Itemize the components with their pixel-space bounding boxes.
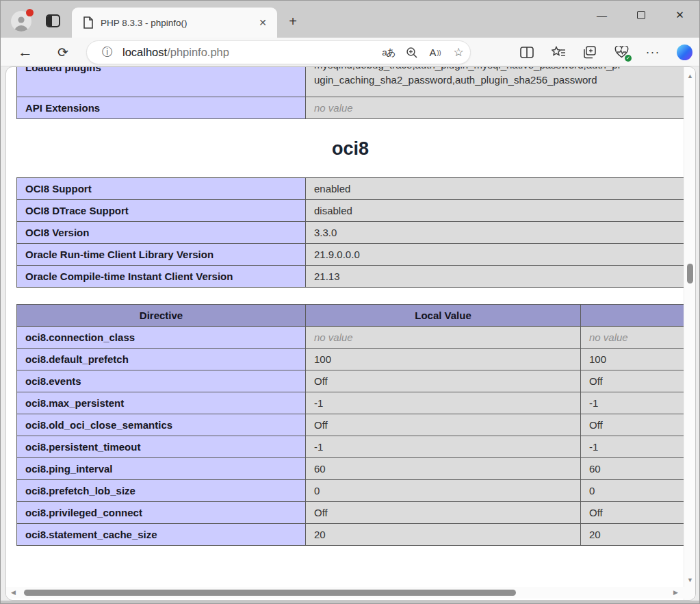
scroll-up-icon[interactable]: ▲: [684, 73, 696, 79]
oci8-directive-table: Directive Local Value oci8.connection_cl…: [16, 304, 684, 546]
new-tab-button[interactable]: +: [284, 13, 302, 31]
local-value: -1: [306, 436, 581, 457]
site-info-icon[interactable]: ⓘ: [102, 45, 113, 60]
table-header-row: Directive Local Value: [17, 304, 684, 327]
local-value: 20: [306, 524, 581, 545]
table-row: oci8.prefetch_lob_size 0 0: [17, 480, 684, 502]
tab-close-icon[interactable]: ✕: [255, 15, 270, 30]
profile-button[interactable]: [11, 11, 31, 32]
row-label: OCI8 DTrace Support: [17, 200, 306, 221]
directive-name: oci8.statement_cache_size: [17, 524, 306, 545]
read-aloud-icon[interactable]: A)): [424, 47, 447, 58]
vertical-scrollbar-thumb[interactable]: [687, 264, 693, 284]
browser-essentials-icon[interactable]: ✓: [613, 44, 630, 60]
master-value: 20: [581, 524, 684, 545]
table-row: oci8.connection_class no value no value: [17, 327, 684, 349]
master-value: no value: [581, 327, 684, 348]
row-value: 3.3.0: [306, 222, 684, 243]
refresh-button[interactable]: ⟳: [53, 42, 73, 62]
table-row: Loaded plugins mysqlnd,debug_trace,auth_…: [17, 67, 684, 97]
address-bar[interactable]: ⓘ localhost/phpinfo.php aあ A)) ☆: [86, 40, 471, 64]
close-button[interactable]: ✕: [660, 1, 699, 29]
window-bottom-edge: [1, 601, 699, 604]
favorite-star-icon[interactable]: ☆: [447, 45, 470, 60]
table-row: OCI8 Support enabled: [17, 177, 684, 200]
table-row: Oracle Compile-time Instant Client Versi…: [17, 266, 684, 288]
table-row: API Extensions no value: [17, 97, 684, 119]
settings-more-icon[interactable]: ···: [645, 44, 661, 60]
table-row: oci8.privileged_connect Off Off: [17, 502, 684, 524]
mysqlnd-partial-table: Loaded plugins mysqlnd,debug_trace,auth_…: [16, 67, 684, 119]
scroll-left-icon[interactable]: ◀: [11, 587, 16, 599]
copilot-icon[interactable]: [676, 44, 692, 60]
directive-name: oci8.old_oci_close_semantics: [17, 414, 306, 436]
directive-name: oci8.ping_interval: [17, 458, 306, 479]
table-row: oci8.old_oci_close_semantics Off Off: [17, 414, 684, 436]
table-row: OCI8 DTrace Support disabled: [17, 200, 684, 222]
phpinfo-page: Loaded plugins mysqlnd,debug_trace,auth_…: [6, 67, 685, 601]
active-tab[interactable]: PHP 8.3.3 - phpinfo() ✕: [72, 8, 277, 38]
profile-notification-dot: [26, 9, 34, 16]
master-value: 60: [581, 458, 684, 479]
local-value: -1: [306, 392, 581, 414]
maximize-icon: [637, 11, 645, 19]
url-host: localhost: [122, 46, 167, 58]
minimize-button[interactable]: —: [582, 1, 621, 29]
favorites-icon[interactable]: [550, 44, 567, 60]
scroll-right-icon[interactable]: ▶: [673, 587, 678, 599]
directive-name: oci8.prefetch_lob_size: [17, 480, 306, 501]
table-row: oci8.statement_cache_size 20 20: [17, 524, 684, 546]
row-label: API Extensions: [17, 97, 306, 118]
master-value: 100: [581, 349, 684, 370]
local-value: 60: [306, 458, 581, 479]
local-value: no value: [306, 327, 581, 348]
vertical-scrollbar[interactable]: ▲ ▼: [684, 67, 695, 601]
url-text[interactable]: localhost/phpinfo.php: [122, 46, 377, 59]
table-row: oci8.ping_interval 60 60: [17, 458, 684, 480]
split-screen-icon[interactable]: [519, 44, 535, 60]
master-value: -1: [581, 392, 684, 414]
row-value: enabled: [306, 178, 684, 199]
row-label: Oracle Compile-time Instant Client Versi…: [17, 266, 306, 287]
oci8-info-table: OCI8 Support enabled OCI8 DTrace Support…: [16, 177, 684, 288]
master-value: Off: [581, 502, 684, 523]
row-value: no value: [306, 97, 684, 118]
row-label: Oracle Run-time Client Library Version: [17, 244, 306, 265]
collections-icon[interactable]: [582, 44, 598, 60]
local-value: 100: [306, 349, 581, 370]
translate-icon[interactable]: aあ: [377, 47, 400, 59]
page-document-icon: [83, 16, 94, 29]
row-value: 21.9.0.0.0: [306, 244, 684, 265]
master-value: 0: [581, 480, 684, 501]
local-value: Off: [306, 370, 581, 392]
table-row: oci8.max_persistent -1 -1: [17, 392, 684, 414]
horizontal-scrollbar[interactable]: ◀ ▶: [6, 587, 685, 599]
back-button[interactable]: ←: [15, 42, 36, 62]
table-row: OCI8 Version 3.3.0: [17, 222, 684, 244]
master-value: Off: [581, 370, 684, 392]
master-value: Off: [581, 414, 684, 436]
row-value: disabled: [306, 200, 684, 221]
zoom-icon[interactable]: [400, 47, 424, 59]
toolbar-right-icons: ✓ ···: [519, 42, 692, 62]
master-value: -1: [581, 436, 684, 457]
scroll-down-icon[interactable]: ▼: [684, 577, 696, 583]
row-label: OCI8 Support: [17, 178, 306, 199]
section-heading: oci8: [16, 138, 684, 160]
toolbar: ← ⟳ ⓘ localhost/phpinfo.php aあ A)) ☆: [1, 38, 699, 66]
tab-actions-menu-icon[interactable]: [46, 14, 60, 27]
maximize-button[interactable]: [621, 1, 660, 29]
local-value: 0: [306, 480, 581, 501]
row-value: 21.13: [306, 266, 684, 287]
column-header-directive: Directive: [17, 305, 306, 326]
column-header-master-value: [581, 305, 684, 326]
web-content: Loaded plugins mysqlnd,debug_trace,auth_…: [5, 66, 696, 601]
tab-title: PHP 8.3.3 - phpinfo(): [101, 18, 255, 28]
local-value: Off: [306, 414, 581, 436]
horizontal-scrollbar-thumb[interactable]: [24, 590, 516, 596]
window-controls: — ✕: [582, 1, 699, 29]
directive-name: oci8.connection_class: [17, 327, 306, 348]
local-value: Off: [306, 502, 581, 523]
directive-name: oci8.max_persistent: [17, 392, 306, 414]
column-header-local-value: Local Value: [306, 305, 581, 326]
